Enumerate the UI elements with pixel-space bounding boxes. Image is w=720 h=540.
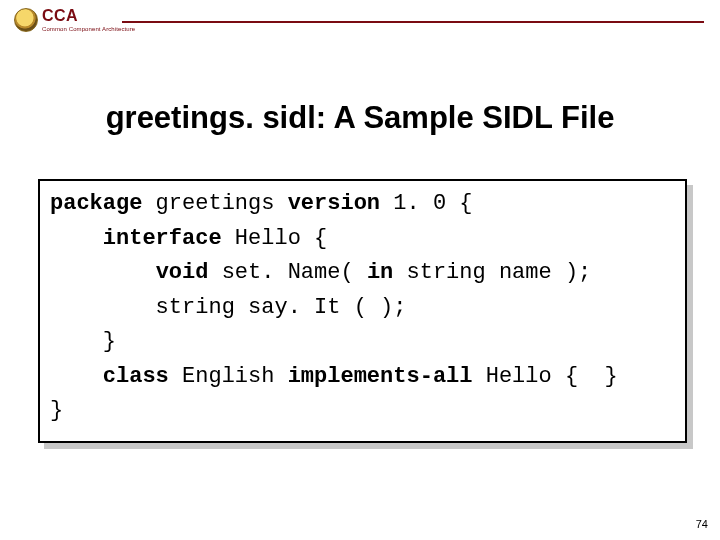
code-version: 1. 0 { — [380, 191, 472, 216]
code-setname: set. Name( — [208, 260, 366, 285]
kw-version: version — [288, 191, 380, 216]
code-classtail: Hello { } — [473, 364, 618, 389]
code-line-7: } — [50, 398, 63, 423]
code-line-4: string say. It ( ); — [50, 295, 406, 320]
slide: CCA Common Component Architecture greeti… — [0, 0, 720, 540]
code-indent — [50, 260, 156, 285]
header-logo-block: CCA Common Component Architecture — [14, 8, 135, 32]
kw-package: package — [50, 191, 142, 216]
header-rule — [122, 21, 704, 23]
kw-class: class — [103, 364, 169, 389]
cca-logo-icon — [14, 8, 38, 32]
code-indent — [50, 226, 103, 251]
page-number: 74 — [696, 518, 708, 530]
code-box: package greetings version 1. 0 { interfa… — [38, 179, 687, 443]
kw-void: void — [156, 260, 209, 285]
kw-interface: interface — [103, 226, 222, 251]
slide-title: greetings. sidl: A Sample SIDL File — [0, 100, 720, 136]
cca-subtitle: Common Component Architecture — [42, 26, 135, 32]
cca-text-block: CCA Common Component Architecture — [42, 8, 135, 32]
code-indent — [50, 364, 103, 389]
kw-implements-all: implements-all — [288, 364, 473, 389]
code-param: string name ); — [393, 260, 591, 285]
code-pkgname: greetings — [142, 191, 287, 216]
kw-in: in — [367, 260, 393, 285]
code-frame: package greetings version 1. 0 { interfa… — [38, 179, 687, 443]
code-line-5: } — [50, 329, 116, 354]
code-content: package greetings version 1. 0 { interfa… — [50, 187, 675, 429]
code-ifname: Hello { — [222, 226, 328, 251]
code-classname: English — [169, 364, 288, 389]
